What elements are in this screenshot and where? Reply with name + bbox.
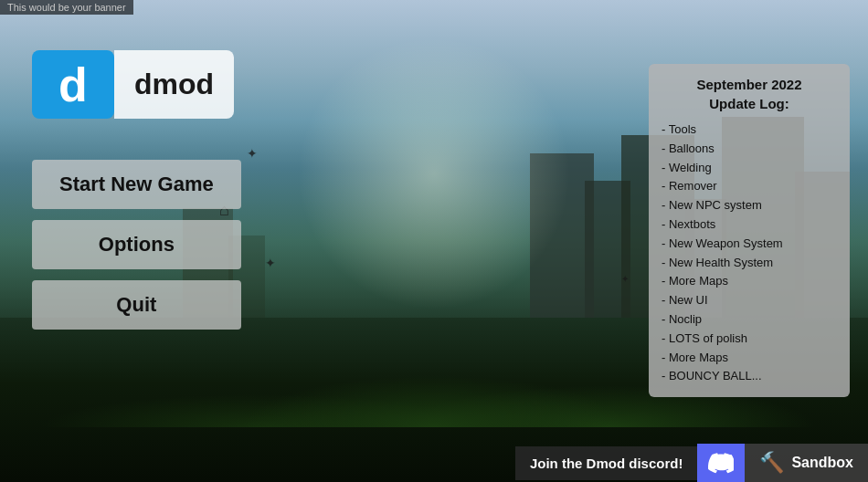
quit-button[interactable]: Quit — [32, 280, 241, 330]
options-label: Options — [99, 233, 175, 256]
logo-letter: d — [58, 58, 88, 112]
update-log-item: - Noclip — [662, 310, 837, 330]
update-log-item: - Tools — [662, 120, 837, 140]
banner-text: This would be your banner — [7, 2, 126, 13]
update-log-item: - New NPC system — [662, 196, 837, 215]
update-log-title-line2: Update Log: — [709, 96, 789, 111]
sandbox-button[interactable]: 🔨 Sandbox — [745, 444, 868, 482]
discord-join-text: Join the Dmod discord! — [530, 456, 683, 471]
logo: d dmod — [32, 50, 234, 119]
logo-icon: d — [32, 50, 114, 119]
update-log-item: - New UI — [662, 291, 837, 310]
bird-4: ✦ — [621, 274, 629, 284]
discord-bar: Join the Dmod discord! 🔨 Sandbox — [515, 444, 868, 482]
update-log-item: - Welding — [662, 159, 837, 178]
update-log-item: - Nextbots — [662, 215, 837, 235]
bird-1: ✦ — [247, 146, 258, 161]
sandbox-label: Sandbox — [791, 455, 853, 471]
options-button[interactable]: Options — [32, 220, 241, 269]
quit-label: Quit — [116, 293, 156, 316]
start-new-game-label: Start New Game — [59, 173, 214, 195]
start-new-game-button[interactable]: Start New Game — [32, 160, 241, 209]
bird-3: ✦ — [265, 256, 276, 270]
discord-text: Join the Dmod discord! — [515, 446, 698, 480]
update-log-item: - BOUNCY BALL... — [662, 367, 837, 386]
update-log-item: - More Maps — [662, 349, 837, 368]
update-log-item: - New Health System — [662, 254, 837, 273]
banner: This would be your banner — [0, 0, 133, 15]
update-log-item: - Balloons — [662, 140, 837, 159]
sandbox-icon: 🔨 — [759, 451, 784, 475]
logo-text: dmod — [114, 50, 234, 119]
logo-name: dmod — [134, 68, 214, 101]
update-log-item: - LOTS of polish — [662, 330, 837, 349]
update-log-panel: September 2022 Update Log: - Tools - Bal… — [649, 64, 850, 397]
discord-icon[interactable] — [697, 444, 745, 482]
update-log-item: - Remover — [662, 177, 837, 196]
update-log-items: - Tools - Balloons - Welding - Remover- … — [662, 120, 837, 386]
main-menu: Start New Game Options Quit — [32, 160, 241, 330]
update-log-item: - More Maps — [662, 272, 837, 291]
update-log-title-line1: September 2022 — [696, 77, 801, 92]
update-log-item: - New Weapon System — [662, 235, 837, 254]
update-log-title: September 2022 Update Log: — [662, 75, 837, 113]
